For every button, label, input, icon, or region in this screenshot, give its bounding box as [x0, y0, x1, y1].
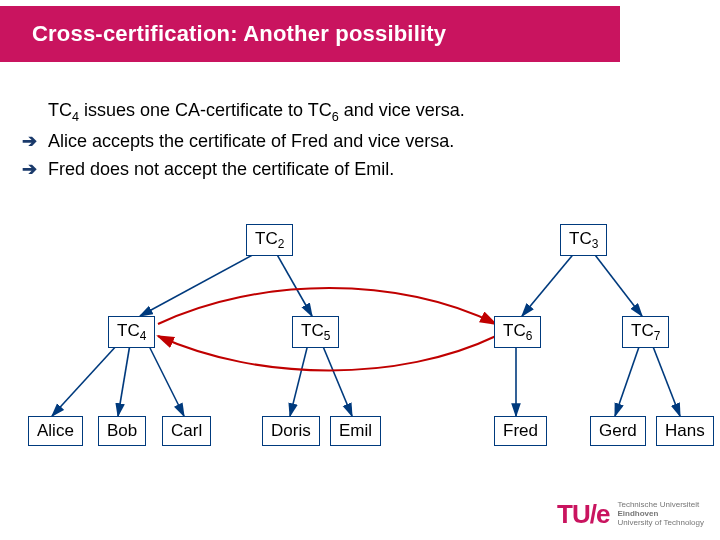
node-bob: Bob	[98, 416, 146, 446]
svg-line-8	[322, 344, 352, 416]
logo-text: Technische Universiteit Eindhoven Univer…	[617, 501, 704, 527]
svg-line-10	[615, 344, 640, 416]
node-emil: Emil	[330, 416, 381, 446]
node-tc5: TC5	[292, 316, 339, 348]
university-logo: TU/e Technische Universiteit Eindhoven U…	[557, 499, 704, 530]
node-gerd: Gerd	[590, 416, 646, 446]
node-tc4: TC4	[108, 316, 155, 348]
svg-line-7	[290, 344, 308, 416]
node-tc2: TC2	[246, 224, 293, 256]
svg-line-5	[118, 344, 130, 416]
slide-title: Cross-certification: Another possibility	[32, 21, 446, 47]
body-line-2: ➔ Alice accepts the certificate of Fred …	[22, 130, 698, 152]
node-tc7: TC7	[622, 316, 669, 348]
svg-line-6	[148, 344, 184, 416]
title-bar: Cross-certification: Another possibility	[0, 6, 620, 62]
svg-line-0	[140, 251, 260, 316]
svg-line-1	[275, 251, 312, 316]
body-text: TC4 issues one CA-certificate to TC6 and…	[22, 100, 698, 186]
svg-line-2	[522, 251, 576, 316]
svg-line-3	[592, 251, 642, 316]
arrow-bullet-icon: ➔	[22, 130, 48, 152]
tree-diagram: TC2 TC3 TC4 TC5 TC6 TC7 Alice Bob Carl D…	[0, 216, 720, 476]
body-line-1: TC4 issues one CA-certificate to TC6 and…	[22, 100, 698, 124]
node-fred: Fred	[494, 416, 547, 446]
logo-mark: TU/e	[557, 499, 609, 530]
svg-line-11	[652, 344, 680, 416]
node-hans: Hans	[656, 416, 714, 446]
node-carl: Carl	[162, 416, 211, 446]
arrow-bullet-icon: ➔	[22, 158, 48, 180]
node-alice: Alice	[28, 416, 83, 446]
node-tc6: TC6	[494, 316, 541, 348]
svg-line-4	[52, 344, 118, 416]
node-tc3: TC3	[560, 224, 607, 256]
body-line-3: ➔ Fred does not accept the certificate o…	[22, 158, 698, 180]
node-doris: Doris	[262, 416, 320, 446]
